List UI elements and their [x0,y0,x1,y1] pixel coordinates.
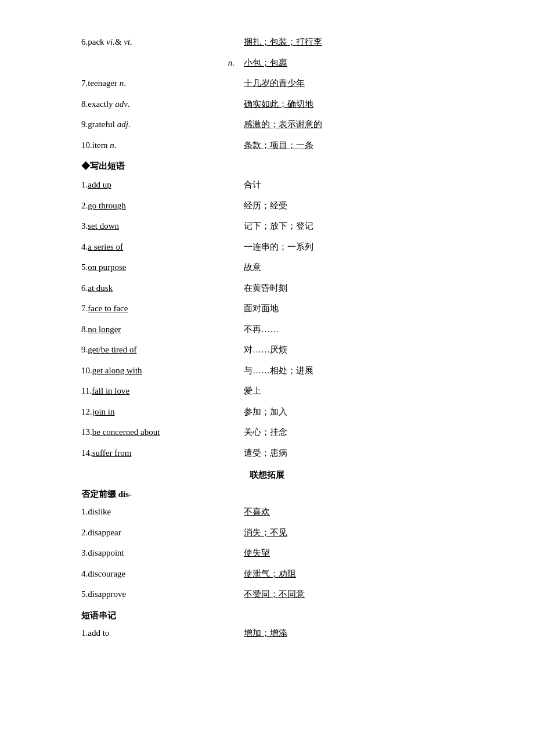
phrase-4: 4.a series of 一连串的；一系列 [81,240,453,255]
phrase-7: 7.face to face 面对面地 [81,301,453,316]
phrase-2: 2.go through 经历；经受 [81,199,453,214]
neg-right-3: 使失望 [244,546,453,561]
phrase-left-14: 14.suffer from [81,446,244,461]
neg-right-4: 使泄气；劝阻 [244,567,453,582]
phrase-10: 10.get along with 与……相处；进展 [81,363,453,379]
phrase-series-left-1: 1.add to [81,626,244,641]
vocab-entry-6n: n. 小包；包裹 [81,56,453,71]
neg-right-1: 不喜欢 [244,505,453,520]
phrase-left-11: 11.fall in love [81,384,244,399]
phrase-left-4: 4.a series of [81,240,244,255]
neg-word-1: 1.dislike 不喜欢 [81,505,453,520]
entry-right-9: 感激的；表示谢意的 [244,117,453,132]
vocab-entry-7: 7.teenager n. 十几岁的青少年 [81,76,453,91]
entry-right-6n: 小包；包裹 [244,56,453,71]
neg-word-5: 5.disapprove 不赞同；不同意 [81,587,453,602]
phrase-right-6: 在黄昏时刻 [244,281,453,296]
phrase-12: 12.join in 参加；加入 [81,405,453,420]
phrase-left-13: 13.be concerned about [81,425,244,440]
vocab-entry-9: 9.grateful adj. 感激的；表示谢意的 [81,117,453,132]
neg-left-1: 1.dislike [81,505,244,520]
phrase-right-2: 经历；经受 [244,199,453,214]
phrase-left-9: 9.get/be tired of [81,343,244,358]
phrase-right-13: 关心；挂念 [244,425,453,440]
phrase-1: 1.add up 合计 [81,178,453,193]
phrase-left-2: 2.go through [81,199,244,214]
phrase-right-11: 爱上 [244,384,453,399]
phrase-left-6: 6.at dusk [81,281,244,296]
entry-left-8: 8.exactly adv. [81,97,244,112]
phrase-right-14: 遭受；患病 [244,446,453,461]
phrase-right-7: 面对面地 [244,301,453,316]
neg-right-2: 消失；不见 [244,525,453,541]
neg-word-4: 4.discourage 使泄气；劝阻 [81,567,453,582]
phrase-right-4: 一连串的；一系列 [244,240,453,255]
neg-left-5: 5.disapprove [81,587,244,602]
entry-left-10: 10.item n. [81,138,244,153]
neg-word-2: 2.disappear 消失；不见 [81,525,453,541]
entry-left-6n: n. [81,56,244,71]
phrase-left-7: 7.face to face [81,301,244,316]
entry-left-7: 7.teenager n. [81,76,244,91]
neg-right-5: 不赞同；不同意 [244,587,453,602]
phrase-left-5: 5.on purpose [81,260,244,275]
phrase-series-1: 1.add to 增加；增添 [81,626,453,641]
neg-left-3: 3.disappoint [81,546,244,561]
entry-right-7: 十几岁的青少年 [244,76,453,91]
phrase-13: 13.be concerned about 关心；挂念 [81,425,453,440]
neg-word-3: 3.disappoint 使失望 [81,546,453,561]
phrase-right-12: 参加；加入 [244,405,453,420]
vocab-entry-6: 6.pack vi.& vt. 捆扎；包装；打行李 [81,35,453,50]
phrase-right-5: 故意 [244,260,453,275]
phrase-right-9: 对……厌烦 [244,343,453,358]
vocab-entry-8: 8.exactly adv. 确实如此；确切地 [81,97,453,112]
expand-header: 联想拓展 [81,470,453,481]
phrase-11: 11.fall in love 爱上 [81,384,453,399]
phrase-8: 8.no longer 不再…… [81,322,453,337]
phrase-left-12: 12.join in [81,405,244,420]
neg-prefix-header: 否定前缀 dis- [81,489,453,500]
vocab-entry-10: 10.item n. 条款；项目；一条 [81,138,453,153]
entry-right-6: 捆扎；包装；打行李 [244,35,453,50]
neg-left-2: 2.disappear [81,525,244,541]
phrase-14: 14.suffer from 遭受；患病 [81,446,453,461]
phrase-right-8: 不再…… [244,322,453,337]
phrase-right-10: 与……相处；进展 [244,363,453,379]
phrase-series-right-1: 增加；增添 [244,626,453,641]
phrase-3: 3.set down 记下；放下；登记 [81,219,453,234]
phrase-6: 6.at dusk 在黄昏时刻 [81,281,453,296]
phrase-5: 5.on purpose 故意 [81,260,453,275]
phrase-left-8: 8.no longer [81,322,244,337]
phrase-right-1: 合计 [244,178,453,193]
entry-left-9: 9.grateful adj. [81,117,244,132]
phrase-left-3: 3.set down [81,219,244,234]
phrase-left-1: 1.add up [81,178,244,193]
phrases-section-header: ◆写出短语 [81,161,453,172]
entry-right-10: 条款；项目；一条 [244,138,453,153]
phrase-left-10: 10.get along with [81,363,244,379]
phrase-series-header: 短语串记 [81,610,453,621]
phrase-9: 9.get/be tired of 对……厌烦 [81,343,453,358]
neg-left-4: 4.discourage [81,567,244,582]
entry-left-6: 6.pack vi.& vt. [81,35,244,50]
entry-right-8: 确实如此；确切地 [244,97,453,112]
phrase-right-3: 记下；放下；登记 [244,219,453,234]
